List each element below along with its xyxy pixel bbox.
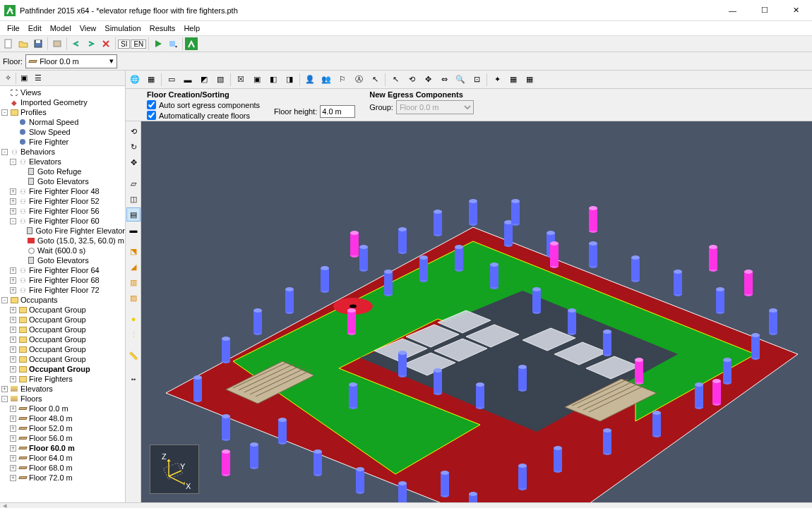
tree-node[interactable]: ◆Imported Geometry — [1, 97, 125, 107]
sel-doors-icon[interactable]: ◧ — [265, 72, 281, 87]
solid-outline-icon[interactable]: ◩ — [196, 72, 212, 87]
show-profiles-icon[interactable]: 👥 — [318, 72, 334, 87]
tree-node[interactable]: +Occupant Group — [1, 315, 125, 325]
save-button[interactable] — [31, 37, 45, 51]
stair-tool-icon[interactable]: ⬔ — [126, 244, 141, 258]
tree-node[interactable]: +Occupant Group — [1, 334, 125, 344]
options-icon[interactable]: •• — [126, 373, 141, 387]
sel-geom-icon[interactable]: ◨ — [282, 72, 297, 87]
tree-node[interactable]: +Floor 48.0 m — [1, 413, 125, 423]
results-dropdown[interactable] — [166, 37, 180, 51]
grid2-icon[interactable]: ▦ — [522, 72, 537, 87]
grid-icon[interactable]: ▦ — [506, 72, 521, 87]
textured-icon[interactable]: ▧ — [213, 72, 228, 87]
menu-help[interactable]: Help — [179, 23, 204, 34]
en-units-button[interactable]: EN — [131, 40, 146, 49]
tree-node[interactable]: Wait (600.0 s) — [1, 246, 125, 255]
tree-node[interactable]: Normal Speed — [1, 117, 125, 127]
new-button[interactable] — [1, 37, 16, 51]
redo-button[interactable] — [84, 37, 98, 51]
menu-model[interactable]: Model — [46, 23, 76, 34]
tree-node[interactable]: +Floor 52.0 m — [1, 423, 125, 433]
tree-node[interactable]: Goto Elevators — [1, 176, 125, 186]
ramp-tool-icon[interactable]: ◢ — [126, 260, 141, 274]
floor-select[interactable]: Floor 0.0 m ▾ — [25, 54, 117, 68]
tree-node[interactable]: +⚇Fire Fighter Floor 56 — [1, 206, 125, 216]
menu-simulation[interactable]: Simulation — [100, 23, 145, 34]
tree[interactable]: ⛶Views◆Imported Geometry-ProfilesNormal … — [0, 86, 125, 502]
tree-node[interactable]: -⚇Elevators — [1, 157, 125, 167]
tree-node[interactable]: +Occupant Group — [1, 354, 125, 364]
elevator-tool-icon[interactable]: ▥ — [126, 275, 141, 289]
snap-icon[interactable]: ✦ — [489, 72, 505, 87]
scroll-left-icon[interactable]: ◂ — [0, 501, 10, 508]
auto-sort-checkbox[interactable] — [147, 100, 156, 109]
menu-results[interactable]: Results — [145, 23, 180, 34]
add-occupants-icon[interactable]: ⋮ — [126, 327, 141, 341]
tree-node[interactable]: +Floor 72.0 m — [1, 473, 125, 483]
tree-node[interactable]: +Occupant Group — [1, 305, 125, 315]
menu-edit[interactable]: Edit — [24, 23, 46, 34]
floor-height-input[interactable] — [320, 105, 355, 118]
floor-tool-icon[interactable]: ▤ — [126, 207, 141, 222]
tree-node[interactable]: Goto Elevators — [1, 255, 125, 265]
si-units-button[interactable]: SI — [118, 40, 130, 49]
room-tool-icon[interactable]: ▱ — [126, 176, 141, 190]
axis-widget[interactable]: X Y Z — [150, 445, 199, 494]
tree-node[interactable]: +Occupant Group — [1, 325, 125, 334]
tree-node[interactable]: +Occupant Group — [1, 344, 125, 354]
tree-node[interactable]: +⚇Fire Fighter Floor 48 — [1, 186, 125, 196]
sel-rooms-icon[interactable]: ▣ — [249, 72, 265, 87]
escalator-tool-icon[interactable]: ▨ — [126, 291, 141, 305]
tree-node[interactable]: +Elevators — [1, 384, 125, 394]
cut-button[interactable] — [99, 37, 113, 51]
free-rotate-icon[interactable]: ⟲ — [126, 124, 141, 138]
wall-tool-icon[interactable]: ◫ — [126, 192, 141, 206]
tree-node[interactable]: +⚇Fire Fighter Floor 68 — [1, 275, 125, 285]
pointer-icon[interactable]: ↖ — [367, 72, 383, 87]
tree-node[interactable]: +Floor 56.0 m — [1, 433, 125, 443]
solid-icon[interactable]: ▬ — [180, 72, 196, 87]
tree-node[interactable]: +⚇Fire Fighter Floor 52 — [1, 196, 125, 206]
show-occupants-icon[interactable]: 👤 — [302, 72, 318, 87]
tree-node[interactable]: +⚇Fire Fighter Floor 64 — [1, 265, 125, 275]
move-icon[interactable]: ✥ — [126, 155, 141, 169]
wireframe-icon[interactable]: ▭ — [164, 72, 179, 87]
group-select[interactable]: Floor 0.0 m — [396, 100, 474, 114]
tree-node[interactable]: +⚇Fire Fighter Floor 72 — [1, 285, 125, 295]
tree-node[interactable]: +Floor 64.0 m — [1, 453, 125, 463]
zoom-fit-icon[interactable]: ⊡ — [469, 72, 484, 87]
tree-node[interactable]: Goto Refuge — [1, 167, 125, 176]
run-button[interactable] — [151, 37, 165, 51]
open-button[interactable] — [16, 37, 30, 51]
measure-icon[interactable]: 📏 — [126, 349, 141, 363]
tree-node[interactable]: ⛶Views — [1, 87, 125, 97]
select-icon[interactable]: ↖ — [388, 72, 403, 87]
tree-node[interactable]: -⚇Fire Fighter Floor 60 — [1, 216, 125, 226]
minimize-button[interactable]: — — [717, 0, 748, 21]
collapse-all-icon[interactable]: ▣ — [18, 72, 30, 85]
tree-node[interactable]: Fire Fighter — [1, 137, 125, 147]
maximize-button[interactable]: ☐ — [748, 0, 780, 21]
zoom-icon[interactable]: 🔍 — [453, 72, 468, 87]
add-occupant-icon[interactable]: ● — [126, 312, 141, 326]
door-tool-icon[interactable]: ▬ — [126, 223, 141, 237]
viewport-3d[interactable]: X Y Z — [141, 121, 812, 502]
tree-node[interactable]: +Occupant Group — [1, 364, 125, 374]
expand-all-icon[interactable]: ☰ — [32, 72, 44, 85]
menu-file[interactable]: File — [3, 23, 24, 34]
results-viewer-button[interactable] — [185, 37, 198, 50]
walk-icon[interactable]: ⇔ — [436, 72, 452, 87]
tree-node[interactable]: +Floor 0.0 m — [1, 404, 125, 413]
view3d-icon[interactable]: 🌐 — [127, 72, 143, 87]
tree-node[interactable]: Goto Fire Fighter Elevator — [1, 226, 125, 236]
import-button[interactable] — [50, 37, 64, 51]
view2d-icon[interactable]: ▦ — [143, 72, 159, 87]
tree-node[interactable]: -⚇Behaviors — [1, 147, 125, 157]
pan-icon[interactable]: ✥ — [420, 72, 436, 87]
tree-node[interactable]: +Floor 68.0 m — [1, 463, 125, 473]
filter-icon[interactable]: ✧ — [1, 72, 14, 85]
tree-node[interactable]: -Profiles — [1, 107, 125, 117]
tree-node[interactable]: +Fire Fighters — [1, 374, 125, 384]
tree-node[interactable]: Goto (15.0, 32.5, 60.0) m — [1, 236, 125, 246]
